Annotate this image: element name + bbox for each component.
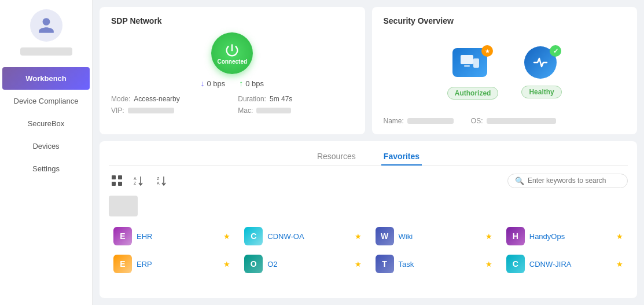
star-icon-handyops[interactable]: ★ <box>616 232 623 241</box>
star-icon-task[interactable]: ★ <box>485 260 492 269</box>
sdp-vip-row: VIP: <box>111 106 226 115</box>
resource-name-handyops: HandyOps <box>529 232 612 241</box>
vip-label: VIP: <box>111 106 124 115</box>
resource-icon-ehr: E <box>113 227 132 245</box>
resource-icon-handyops: H <box>506 227 525 245</box>
search-box[interactable]: 🔍 <box>507 174 628 188</box>
duration-value: 5m 47s <box>270 95 292 103</box>
resource-item-task[interactable]: T Task ★ <box>371 251 497 277</box>
vip-value-bar <box>128 108 174 113</box>
svg-rect-3 <box>112 175 116 179</box>
power-btn-label: Connected <box>217 58 247 65</box>
svg-rect-1 <box>464 65 470 67</box>
svg-text:Z: Z <box>157 177 160 181</box>
download-arrow-icon: ↓ <box>200 79 204 88</box>
svg-rect-5 <box>112 182 116 186</box>
svg-text:A: A <box>157 181 160 185</box>
sdp-center: Connected ↓ 0 bps ↑ 0 bps Mode: Acces <box>111 32 354 125</box>
duration-label: Duration: <box>238 95 266 103</box>
user-info-bar <box>20 47 72 56</box>
resource-item-ehr[interactable]: E EHR ★ <box>109 223 235 249</box>
sort-za-button[interactable]: Z A <box>153 172 171 189</box>
top-row: SDP Network Connected ↓ 0 bps ↑ 0 bps <box>100 7 637 134</box>
device-os-item: OS: <box>471 117 556 125</box>
name-value-bar <box>407 118 454 124</box>
check-badge-icon: ✓ <box>550 45 561 57</box>
resource-item-cdnw-jira[interactable]: C CDNW-JIRA ★ <box>502 251 628 277</box>
sidebar-item-securebox[interactable]: SecureBox <box>0 112 92 135</box>
sidebar-item-devices[interactable]: Devices <box>0 135 92 157</box>
security-item-authorized: ★ Authorized <box>447 45 499 100</box>
resource-icon-cdnw-oa: C <box>244 227 263 245</box>
resource-item-erp[interactable]: E ERP ★ <box>109 251 235 277</box>
star-icon-ehr[interactable]: ★ <box>223 232 230 241</box>
bottom-row: Resources Favorites A Z <box>100 141 637 298</box>
main-content: SDP Network Connected ↓ 0 bps ↑ 0 bps <box>93 0 644 305</box>
sidebar-nav: Workbench Device Compliance SecureBox De… <box>0 67 92 180</box>
resource-item-wiki[interactable]: W Wiki ★ <box>371 223 497 249</box>
upload-bps: ↑ 0 bps <box>239 79 264 88</box>
search-icon: 🔍 <box>515 177 524 185</box>
resource-name-wiki: Wiki <box>399 232 481 241</box>
resource-name-cdnw-jira: CDNW-JIRA <box>529 260 612 269</box>
star-icon-erp[interactable]: ★ <box>223 260 230 269</box>
sidebar-item-workbench[interactable]: Workbench <box>2 67 90 90</box>
bps-row: ↓ 0 bps ↑ 0 bps <box>200 79 264 88</box>
svg-text:Z: Z <box>134 181 137 185</box>
tabs-row: Resources Favorites <box>109 148 628 166</box>
mode-label: Mode: <box>111 95 130 103</box>
resource-icon-wiki: W <box>376 227 394 245</box>
svg-rect-2 <box>473 58 479 68</box>
resource-row-2: E ERP ★ O O2 ★ T Task ★ C CDNW-JIRA ★ <box>109 251 628 277</box>
sort-az-button[interactable]: A Z <box>130 172 148 189</box>
mac-value-bar <box>256 108 291 113</box>
security-overview-card: Security Overview ★ Auth <box>372 7 638 134</box>
svg-rect-6 <box>118 182 122 186</box>
svg-rect-0 <box>461 55 473 64</box>
download-bps: ↓ 0 bps <box>200 79 225 88</box>
security-overview-title: Security Overview <box>384 16 626 25</box>
sidebar-item-device-compliance[interactable]: Device Compliance <box>0 90 92 112</box>
grid-view-button[interactable] <box>109 172 125 189</box>
resource-name-ehr: EHR <box>137 232 219 241</box>
svg-text:A: A <box>134 177 137 181</box>
tab-resources[interactable]: Resources <box>315 148 358 166</box>
star-icon-cdnw-jira[interactable]: ★ <box>616 260 623 269</box>
resource-item-o2[interactable]: O O2 ★ <box>240 251 366 277</box>
authorized-badge: Authorized <box>447 87 499 100</box>
resource-icon-o2: O <box>244 255 263 273</box>
star-icon-cdnw-oa[interactable]: ★ <box>355 232 362 241</box>
resource-name-erp: ERP <box>137 260 219 269</box>
download-value: 0 bps <box>207 79 225 88</box>
resource-icon-task: T <box>376 255 394 273</box>
resource-item-cdnw-oa[interactable]: C CDNW-OA ★ <box>240 223 366 249</box>
resource-name-cdnw-oa: CDNW-OA <box>267 232 349 241</box>
authorized-icon-container: ★ <box>452 45 493 82</box>
sdp-mac-row: Mac: <box>238 106 353 115</box>
sidebar-item-settings[interactable]: Settings <box>0 157 92 180</box>
resource-item-handyops[interactable]: H HandyOps ★ <box>502 223 628 249</box>
name-label: Name: <box>384 117 404 125</box>
security-item-healthy: ✓ Healthy <box>521 46 561 98</box>
star-icon-wiki[interactable]: ★ <box>485 232 492 241</box>
resource-name-task: Task <box>399 260 481 269</box>
svg-rect-4 <box>118 175 122 179</box>
mode-value: Access-nearby <box>134 95 179 103</box>
resource-placeholder-bar <box>109 196 628 219</box>
health-icon-container: ✓ <box>524 46 559 81</box>
security-device-info: Name: OS: <box>384 117 626 125</box>
device-name-item: Name: <box>384 117 454 125</box>
power-button[interactable]: Connected <box>211 32 253 74</box>
upload-arrow-icon: ↑ <box>239 79 243 88</box>
mac-label: Mac: <box>238 106 253 115</box>
star-icon-o2[interactable]: ★ <box>355 260 362 269</box>
sdp-mode-row: Mode: Access-nearby <box>111 95 226 103</box>
tab-favorites[interactable]: Favorites <box>381 148 422 166</box>
sdp-network-title: SDP Network <box>111 16 354 25</box>
search-input[interactable] <box>528 177 620 185</box>
resource-icon-erp: E <box>113 255 132 273</box>
resource-icon-cdnw-jira: C <box>506 255 525 273</box>
sdp-duration-row: Duration: 5m 47s <box>238 95 353 103</box>
resource-list: E EHR ★ C CDNW-OA ★ W Wiki ★ H HandyOps … <box>109 223 628 277</box>
sdp-network-card: SDP Network Connected ↓ 0 bps ↑ 0 bps <box>100 7 365 134</box>
